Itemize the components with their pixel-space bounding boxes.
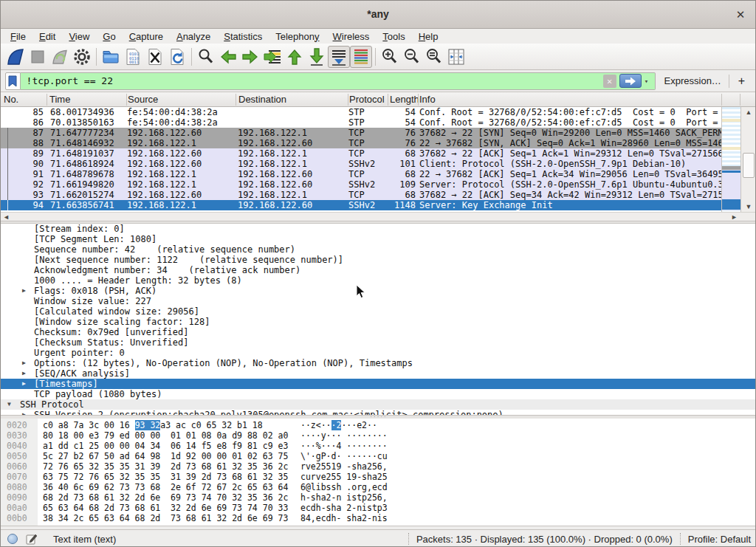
colorize-packets-button[interactable] [350,46,372,68]
packet-list-header[interactable]: No.TimeSourceDestinationProtocolLengthIn… [1,92,756,107]
column-header-no[interactable]: No. [4,94,45,105]
status-profile[interactable]: Profile: Default [688,534,751,545]
packet-row-90[interactable]: 9071.648618924192.168.122.60192.168.122.… [1,159,721,169]
go-forward-button[interactable] [239,46,261,68]
expander-closed-icon[interactable]: ▶ [22,358,26,368]
hex-ascii[interactable]: ecdh-sha 2-nistp3 [300,503,388,513]
column-divider[interactable] [418,94,419,106]
menu-edit[interactable]: Edit [32,30,62,43]
menu-statistics[interactable]: Statistics [217,30,269,43]
zoom-out-button[interactable] [401,46,423,68]
hex-row-0080[interactable]: 008036 40 6c 69 62 73 73 68 2e 6f 72 67 … [1,482,756,492]
hex-bytes[interactable]: 68 2d 73 68 61 32 2d 6e 69 73 74 70 32 3… [43,492,288,503]
tree-row[interactable]: [Stream index: 0] [1,224,756,234]
go-first-packet-button[interactable] [284,46,306,68]
go-back-button[interactable] [217,46,239,68]
hex-bytes[interactable]: 38 34 2c 65 63 64 68 2d 73 68 61 32 2d 6… [43,513,288,523]
column-header-length[interactable]: Length [390,94,419,105]
resize-columns-button[interactable] [445,46,467,68]
hex-ascii[interactable]: ··z<···2 ····e2·· [300,420,377,430]
capture-options-button[interactable] [71,46,93,68]
hex-bytes[interactable]: 5c 27 b2 67 50 ad 64 98 1d 92 00 00 01 0… [43,451,288,461]
tree-row[interactable]: [TCP Segment Len: 1080] [1,234,756,244]
tree-row[interactable]: Sequence number: 42 (relative sequence n… [1,244,756,255]
hex-ascii[interactable]: ···%···4 ········ [300,441,388,451]
stop-capture-button[interactable] [27,46,49,68]
go-to-packet-button[interactable] [261,46,284,68]
expander-closed-icon[interactable]: ▶ [22,286,26,296]
expander-open-icon[interactable]: ▼ [7,399,11,410]
column-header-source[interactable]: Source [128,94,236,105]
menu-view[interactable]: View [62,30,96,43]
packet-list-horizontal-scrollbar[interactable]: ◄ ► [1,212,756,221]
menu-capture[interactable]: Capture [123,30,170,43]
hex-row-0090[interactable]: 009068 2d 73 68 61 32 2d 6e 69 73 74 70 … [1,492,756,503]
hex-bytes[interactable]: c0 a8 7a 3c 00 16 93 32 85 a3 ac c0 65 3… [43,420,263,430]
column-divider[interactable] [721,94,722,106]
hex-row-0050[interactable]: 00505c 27 b2 67 50 ad 64 98 1d 92 00 00 … [1,451,756,461]
column-divider[interactable] [126,94,127,106]
hex-row-00a0[interactable]: 00a065 63 64 68 2d 73 68 61 32 2d 6e 69 … [1,503,756,513]
column-header-time[interactable]: Time [49,94,125,105]
hex-ascii[interactable]: 6@libssh .org,ecd [300,482,388,492]
capture-comment-icon[interactable] [25,533,37,545]
packet-list-vertical-scrollbar[interactable]: ▲ ▼ [740,107,756,212]
hex-ascii[interactable]: rve25519 -sha256, [300,461,388,472]
add-filter-button[interactable]: + [738,75,745,88]
tree-row[interactable]: ▶[Timestamps] [1,379,756,389]
title-bar[interactable]: *any ✕ [1,1,755,29]
hex-row-0070[interactable]: 007063 75 72 76 65 32 35 35 31 39 2d 73 … [1,472,756,482]
column-header-info[interactable]: Info [419,94,715,105]
tree-row[interactable]: TCP payload (1080 bytes) [1,389,756,399]
restart-capture-button[interactable] [49,46,71,68]
expert-info-icon[interactable] [7,534,18,544]
close-icon[interactable]: ✕ [733,7,748,22]
hex-row-0030[interactable]: 003080 18 00 e3 79 ed 00 00 01 01 08 0a … [1,430,756,441]
hex-ascii[interactable]: \'·gP·d· ······cu [300,451,388,461]
column-divider[interactable] [348,94,348,106]
tree-row[interactable]: Urgent pointer: 0 [1,348,756,358]
packet-row-89[interactable]: 8971.648191037192.168.122.60192.168.122.… [1,148,721,159]
tree-row[interactable]: 1000 .... = Header Length: 32 bytes (8) [1,275,756,286]
scroll-up-icon[interactable]: ▲ [741,109,756,116]
file-save-button[interactable]: 010101100011 [122,46,144,68]
hex-ascii[interactable]: 84,ecdh- sha2-nis [300,513,388,523]
packet-row-94[interactable]: 9471.663856741192.168.122.1192.168.122.6… [1,200,721,210]
auto-scroll-button[interactable] [328,46,350,68]
hex-ascii[interactable]: h-sha2-n istp256, [300,492,388,503]
hex-bytes[interactable]: 65 63 64 68 2d 73 68 61 32 2d 6e 69 73 7… [43,503,288,513]
packet-list-minimap[interactable] [721,107,740,212]
scroll-down-icon[interactable]: ▼ [741,203,756,210]
menu-analyze[interactable]: Analyze [170,30,217,43]
menu-telephony[interactable]: Telephony [269,30,326,43]
filter-bookmark-button[interactable] [5,72,21,90]
tree-row[interactable]: [Window size scaling factor: 128] [1,317,756,327]
packet-row-88[interactable]: 8871.648146932192.168.122.1192.168.122.6… [1,138,721,148]
scrollbar-thumb[interactable] [743,153,755,178]
tree-row[interactable]: [Next sequence number: 1122 (relative se… [1,255,756,265]
menu-go[interactable]: Go [96,30,122,43]
column-divider[interactable] [740,94,740,106]
packet-row-93[interactable]: 9371.662015274192.168.122.60192.168.122.… [1,190,721,200]
zoom-reset-button[interactable] [423,46,445,68]
expression-button[interactable]: Expression… [664,75,721,86]
tree-row[interactable]: ▶[SEQ/ACK analysis] [1,368,756,379]
hex-row-0020[interactable]: 0020c0 a8 7a 3c 00 16 93 32 85 a3 ac c0 … [1,420,756,430]
wireshark-start-capture-button[interactable] [4,46,27,68]
tree-row[interactable]: Acknowledgment number: 34 (relative ack … [1,265,756,275]
apply-filter-button[interactable] [619,74,642,88]
expander-closed-icon[interactable]: ▶ [22,368,26,379]
tree-row[interactable]: ▼SSH Protocol [1,399,756,410]
zoom-in-button[interactable] [379,46,401,68]
column-header-protocol[interactable]: Protocol [349,94,388,105]
expander-closed-icon[interactable]: ▶ [22,379,26,389]
hex-bytes[interactable]: a1 dd c1 25 00 00 04 34 06 14 f5 e8 f9 8… [43,441,288,451]
menu-tools[interactable]: Tools [376,30,411,43]
column-divider[interactable] [236,94,236,106]
packet-row-86[interactable]: 8670.013850163fe:54:00:d4:38:2aSTP54Conf… [1,117,721,128]
packet-row-85[interactable]: 8568.001734936fe:54:00:d4:38:2aSTP54Conf… [1,107,721,117]
find-packet-button[interactable] [195,46,217,68]
tree-row[interactable]: Checksum: 0x79ed [unverified] [1,327,756,337]
column-divider[interactable] [47,94,47,106]
tree-row[interactable]: [Calculated window size: 29056] [1,306,756,317]
